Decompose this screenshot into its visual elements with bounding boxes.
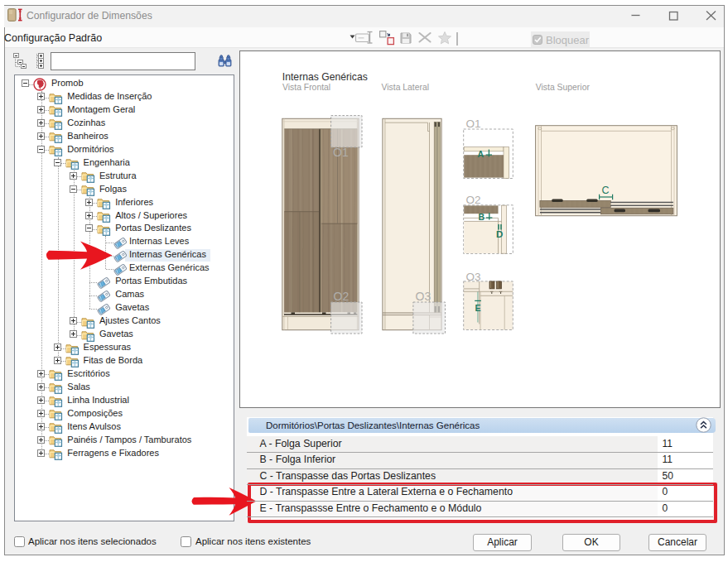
svg-text:Vista Frontal: Vista Frontal bbox=[282, 83, 330, 92]
svg-text:Internas Genéricas: Internas Genéricas bbox=[282, 71, 368, 83]
svg-text:Vista Superior: Vista Superior bbox=[536, 83, 591, 92]
svg-text:Vista Lateral: Vista Lateral bbox=[382, 83, 430, 92]
svg-text:B: B bbox=[479, 212, 485, 222]
svg-text:C: C bbox=[602, 185, 610, 196]
svg-text:O1: O1 bbox=[466, 118, 481, 130]
svg-text:O1: O1 bbox=[333, 146, 349, 159]
svg-text:O2: O2 bbox=[466, 194, 481, 206]
svg-text:D: D bbox=[496, 229, 503, 239]
svg-text:O2: O2 bbox=[334, 290, 350, 303]
svg-text:E: E bbox=[475, 303, 481, 313]
svg-text:O3: O3 bbox=[416, 290, 431, 303]
svg-text:O3: O3 bbox=[466, 271, 481, 283]
svg-text:A: A bbox=[478, 149, 485, 159]
